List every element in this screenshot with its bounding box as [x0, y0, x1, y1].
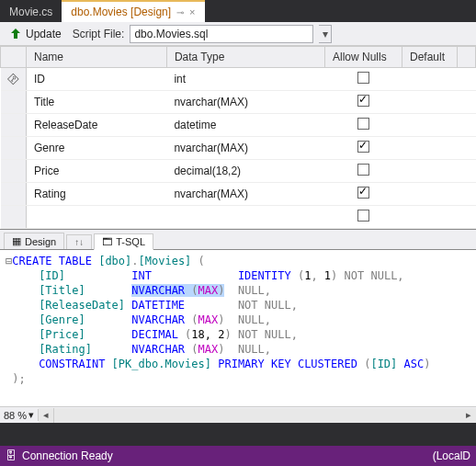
cell-default[interactable]: [402, 114, 458, 137]
row-selector[interactable]: ⚿: [1, 68, 27, 91]
zoom-value: 88 %: [4, 410, 27, 421]
cell-allownulls[interactable]: [325, 114, 402, 137]
cell-extra: [458, 68, 476, 91]
row-selector[interactable]: [1, 91, 27, 114]
script-file-dropdown[interactable]: ▾: [319, 25, 332, 43]
update-button[interactable]: Update: [4, 26, 67, 42]
cell-datatype[interactable]: nvarchar(MAX): [166, 183, 324, 206]
table-row-new[interactable]: [1, 206, 476, 229]
grid-icon: ▦: [12, 235, 21, 247]
designer-toolbar: Update Script File: ▾: [0, 22, 476, 46]
tab-tsql-label: T-SQL: [116, 236, 145, 247]
primary-key-icon: ⚿: [6, 72, 20, 86]
table-row[interactable]: Pricedecimal(18,2): [1, 160, 476, 183]
cell-datatype[interactable]: int: [166, 68, 324, 91]
table-row[interactable]: Genrenvarchar(MAX): [1, 137, 476, 160]
tab-design[interactable]: ▦ Design: [4, 233, 64, 249]
cell-default[interactable]: [402, 68, 458, 91]
pin-icon[interactable]: ⊸: [176, 7, 184, 17]
cell-name[interactable]: Price: [27, 160, 167, 183]
cell-allownulls[interactable]: [325, 68, 402, 91]
tab-tsql[interactable]: 🗔 T-SQL: [94, 233, 153, 250]
allow-nulls-checkbox[interactable]: [357, 210, 369, 222]
row-selector[interactable]: [1, 183, 27, 206]
col-header-allownulls[interactable]: Allow Nulls: [325, 47, 402, 68]
chevron-down-icon: ▾: [28, 409, 34, 421]
tab-label: Movie.cs: [9, 6, 52, 18]
tab-swap[interactable]: ↑↓: [66, 234, 92, 249]
cell-datatype[interactable]: datetime: [166, 114, 324, 137]
allow-nulls-checkbox[interactable]: [357, 118, 369, 130]
cell-name[interactable]: Genre: [27, 137, 167, 160]
tab-label: dbo.Movies [Design]: [71, 6, 171, 18]
cell-default[interactable]: [402, 160, 458, 183]
cell-allownulls[interactable]: [325, 160, 402, 183]
allow-nulls-checkbox[interactable]: [357, 95, 369, 107]
status-bar: 🗄 Connection Ready (LocalD: [0, 446, 476, 466]
pane-tabs: ▦ Design ↑↓ 🗔 T-SQL: [0, 230, 476, 250]
cell-name[interactable]: ReleaseDate: [27, 114, 167, 137]
table-row[interactable]: Ratingnvarchar(MAX): [1, 183, 476, 206]
tab-dbo-movies-design[interactable]: dbo.Movies [Design] ⊸ ×: [62, 0, 204, 22]
allow-nulls-checkbox[interactable]: [357, 187, 369, 199]
script-file-input[interactable]: [130, 25, 313, 43]
document-tabs: Movie.cs dbo.Movies [Design] ⊸ ×: [0, 0, 476, 22]
script-file-label: Script File:: [73, 28, 125, 40]
col-header-default[interactable]: Default: [402, 47, 458, 68]
cell-extra: [458, 137, 476, 160]
col-header-name[interactable]: Name: [27, 47, 167, 68]
cell-name[interactable]: Rating: [27, 183, 167, 206]
swap-icon: ↑↓: [74, 237, 84, 247]
cell-extra: [458, 183, 476, 206]
tab-movie-cs[interactable]: Movie.cs: [0, 1, 62, 22]
update-arrow-icon: [9, 28, 22, 40]
cell-datatype[interactable]: nvarchar(MAX): [166, 137, 324, 160]
horizontal-scrollbar[interactable]: [53, 408, 461, 423]
allow-nulls-checkbox[interactable]: [357, 164, 369, 176]
cell-extra: [458, 91, 476, 114]
row-header-blank: [1, 47, 27, 68]
cell-name[interactable]: Title: [27, 91, 167, 114]
connection-target: (LocalD: [433, 449, 470, 462]
sql-editor[interactable]: ⊟CREATE TABLE [dbo].[Movies] ( [ID] INT …: [0, 250, 476, 406]
cell-default[interactable]: [402, 183, 458, 206]
cell-allownulls[interactable]: [325, 91, 402, 114]
table-row[interactable]: Titlenvarchar(MAX): [1, 91, 476, 114]
scroll-right-button[interactable]: ▸: [461, 408, 476, 423]
cell-datatype[interactable]: decimal(18,2): [166, 160, 324, 183]
cell-allownulls[interactable]: [325, 137, 402, 160]
col-header-datatype[interactable]: Data Type: [166, 47, 324, 68]
sql-icon: 🗔: [102, 236, 112, 247]
cell-default[interactable]: [402, 91, 458, 114]
col-header-extra: [458, 47, 476, 68]
row-selector[interactable]: [1, 137, 27, 160]
cell-name[interactable]: ID: [27, 68, 167, 91]
grid-header-row: Name Data Type Allow Nulls Default: [1, 47, 476, 68]
table-row[interactable]: ⚿IDint: [1, 68, 476, 91]
connection-status: Connection Ready: [22, 449, 113, 462]
allow-nulls-checkbox[interactable]: [357, 72, 369, 84]
row-selector[interactable]: [1, 160, 27, 183]
cell-allownulls[interactable]: [325, 183, 402, 206]
allow-nulls-checkbox[interactable]: [357, 141, 369, 153]
cell-extra: [458, 160, 476, 183]
zoom-bar: 88 % ▾ ◂ ▸: [0, 406, 476, 423]
tab-design-label: Design: [25, 236, 56, 247]
cell-datatype[interactable]: nvarchar(MAX): [166, 91, 324, 114]
row-selector[interactable]: [1, 114, 27, 137]
connection-icon: 🗄: [6, 449, 17, 462]
cell-extra: [458, 114, 476, 137]
update-label: Update: [26, 28, 62, 40]
scroll-left-button[interactable]: ◂: [39, 408, 53, 423]
columns-grid: Name Data Type Allow Nulls Default ⚿IDin…: [0, 46, 476, 230]
zoom-dropdown[interactable]: 88 % ▾: [0, 409, 39, 421]
cell-default[interactable]: [402, 137, 458, 160]
close-icon[interactable]: ×: [189, 6, 195, 17]
table-row[interactable]: ReleaseDatedatetime: [1, 114, 476, 137]
